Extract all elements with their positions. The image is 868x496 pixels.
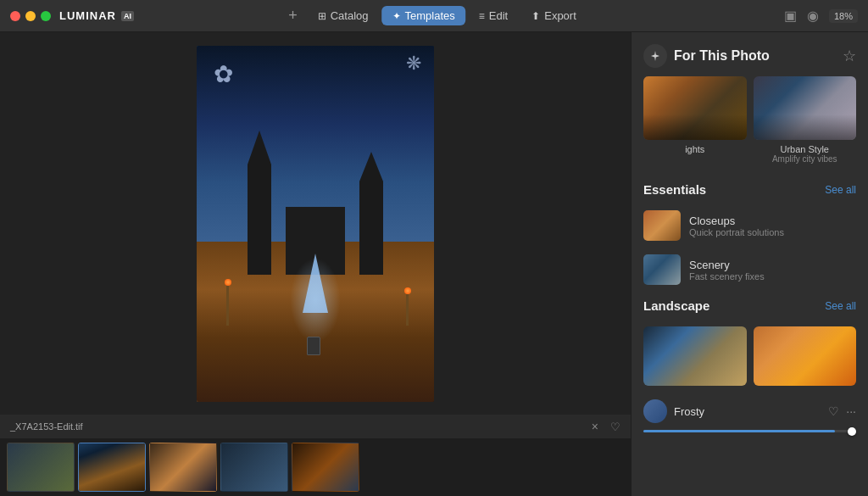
lamp-1	[226, 283, 229, 326]
favorite-button[interactable]: ♡	[610, 421, 620, 433]
closeups-info: Closeups Quick portrait solutions	[689, 215, 784, 237]
edit-label: Edit	[489, 9, 508, 22]
landscape-header: Landscape See all	[632, 292, 868, 320]
scenery-thumbnail	[643, 254, 681, 285]
landscape-title: Landscape	[643, 298, 709, 313]
monitor-icon: ▣	[784, 8, 797, 24]
frosty-heart-button[interactable]: ♡	[828, 404, 839, 418]
ftp-thumb-2	[754, 76, 857, 140]
frosty-slider[interactable]	[632, 428, 868, 439]
ftp-label-2: Urban Style	[754, 144, 857, 154]
church-tower-right	[359, 181, 383, 275]
edit-icon: ≡	[479, 10, 485, 22]
main-photo: ✿ ❋	[197, 46, 434, 402]
export-icon: ⬆	[531, 10, 540, 22]
slider-thumb[interactable]	[848, 427, 856, 436]
closeups-name: Closeups	[689, 215, 784, 227]
panel-title: For This Photo	[674, 48, 770, 64]
filmstrip-item-5[interactable]	[292, 443, 359, 492]
filmstrip-item-1[interactable]	[7, 443, 75, 492]
ftp-sublabel-2: Amplify city vibes	[754, 154, 857, 164]
edit-nav-button[interactable]: ≡ Edit	[469, 6, 518, 25]
magic-icon	[649, 50, 661, 62]
for-this-photo-row: ights Urban Style Amplify city vibes	[632, 76, 868, 176]
landscape-see-all[interactable]: See all	[825, 300, 856, 312]
ftp-item-1[interactable]: ights	[643, 76, 747, 164]
main-area: ✿ ❋ _X7A2153-Edit.tif × ♡	[0, 32, 868, 496]
app-logo: LUMINAR AI	[59, 9, 134, 22]
ftp-item-2[interactable]: Urban Style Amplify city vibes	[754, 76, 857, 164]
ftp-label-1: ights	[643, 144, 747, 154]
filename-bar: _X7A2153-Edit.tif × ♡	[0, 415, 631, 438]
fullscreen-button[interactable]	[41, 11, 51, 21]
image-area: ✿ ❋	[0, 32, 631, 415]
right-panel: For This Photo ☆ ights Urban Style Ampli…	[631, 32, 868, 496]
essentials-header: Essentials See all	[632, 176, 868, 203]
titlebar: LUMINAR AI + ⊞ Catalog ✦ Templates ≡ Edi…	[0, 0, 868, 32]
decoration-right: ❋	[406, 54, 421, 73]
trash-can	[307, 337, 320, 355]
landscape-thumbs	[632, 320, 868, 393]
christmas-glow	[290, 258, 341, 343]
app-name: LUMINAR	[59, 9, 116, 22]
frosty-name: Frosty	[674, 405, 821, 418]
filename-actions: × ♡	[592, 420, 620, 433]
frosty-more-button[interactable]: ···	[846, 404, 856, 418]
ftp-thumb-1	[643, 76, 747, 140]
nav-center: + ⊞ Catalog ✦ Templates ≡ Edit ⬆ Export	[281, 6, 587, 25]
templates-nav-button[interactable]: ✦ Templates	[382, 6, 465, 25]
traffic-lights	[10, 11, 51, 21]
essentials-see-all[interactable]: See all	[825, 184, 856, 196]
filmstrip	[0, 438, 631, 496]
scenery-name: Scenery	[689, 259, 765, 271]
landscape-thumb-2[interactable]	[754, 326, 857, 386]
star-button[interactable]: ☆	[843, 47, 856, 65]
essentials-item-scenery[interactable]: Scenery Fast scenery fixes	[632, 248, 868, 292]
left-panel: ✿ ❋ _X7A2153-Edit.tif × ♡	[0, 32, 631, 496]
slider-track	[643, 430, 856, 432]
closeups-thumbnail	[643, 210, 681, 241]
decoration-left: ✿	[214, 63, 233, 86]
slider-fill	[643, 430, 835, 432]
nav-right: ▣ ◉ 18%	[784, 8, 858, 24]
close-image-button[interactable]: ×	[592, 420, 598, 433]
frosty-avatar	[643, 399, 667, 423]
filmstrip-item-4[interactable]	[220, 443, 288, 492]
essentials-item-closeups[interactable]: Closeups Quick portrait solutions	[632, 203, 868, 248]
closeups-desc: Quick portrait solutions	[689, 227, 784, 237]
zoom-level[interactable]: 18%	[829, 9, 858, 23]
catalog-label: Catalog	[331, 9, 369, 22]
close-button[interactable]	[10, 11, 20, 21]
minimize-button[interactable]	[25, 11, 36, 21]
filmstrip-item-3[interactable]	[149, 443, 217, 492]
app-badge: AI	[121, 11, 134, 21]
scenery-desc: Fast scenery fixes	[689, 271, 765, 281]
essentials-title: Essentials	[643, 182, 706, 197]
lamp-2	[406, 292, 409, 326]
eye-icon: ◉	[807, 8, 819, 24]
filename: _X7A2153-Edit.tif	[10, 421, 83, 432]
catalog-icon: ⊞	[318, 10, 326, 22]
templates-icon: ✦	[392, 10, 401, 22]
panel-header: For This Photo ☆	[632, 32, 868, 76]
export-nav-button[interactable]: ⬆ Export	[521, 6, 587, 25]
templates-label: Templates	[405, 9, 455, 22]
landscape-thumb-1[interactable]	[643, 326, 747, 386]
scenery-info: Scenery Fast scenery fixes	[689, 259, 765, 281]
add-button[interactable]: +	[281, 7, 304, 25]
magic-button[interactable]	[643, 44, 667, 68]
church-tower-left	[248, 164, 271, 275]
catalog-nav-button[interactable]: ⊞ Catalog	[308, 6, 379, 25]
export-label: Export	[544, 9, 576, 22]
frosty-actions: ♡ ···	[828, 404, 856, 418]
filmstrip-item-2[interactable]	[78, 443, 146, 492]
frosty-bar: Frosty ♡ ···	[632, 394, 868, 428]
